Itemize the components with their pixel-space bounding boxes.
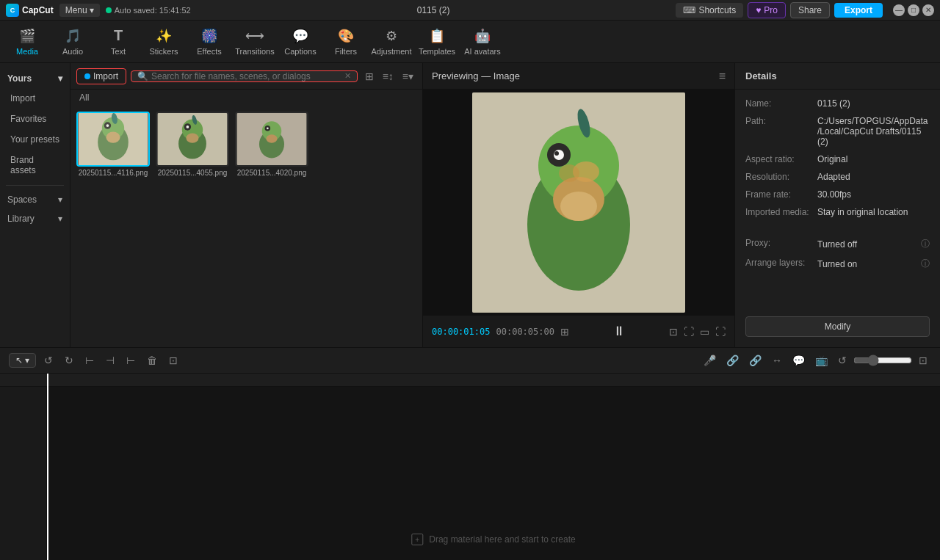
project-title: 0115 (2) — [417, 5, 450, 15]
sidebar-item-brand-assets[interactable]: Brand assets — [3, 150, 67, 180]
yours-label: Yours — [7, 73, 32, 84]
extra-btn-1[interactable]: ↔ — [768, 353, 786, 368]
ai-avatars-icon: 🤖 — [474, 28, 491, 44]
link-clips-button[interactable]: 🔗 — [723, 353, 742, 368]
import-button[interactable]: Import — [76, 68, 126, 84]
effects-icon: 🎆 — [201, 28, 217, 44]
sidebar-item-library[interactable]: Library ▾ — [0, 209, 70, 228]
media-thumbnail[interactable] — [235, 112, 308, 167]
sidebar-item-your-presets[interactable]: Your presets — [3, 130, 67, 149]
modify-button[interactable]: Modify — [745, 316, 930, 337]
cursor-tool-button[interactable]: ↖ ▾ — [9, 353, 36, 368]
app-name: CapCut — [22, 5, 54, 15]
sidebar-item-spaces[interactable]: Spaces ▾ — [0, 190, 70, 209]
play-pause-button[interactable]: ⏸ — [612, 324, 626, 339]
crop-button[interactable]: ⛶ — [684, 326, 694, 338]
export-button[interactable]: Export — [834, 3, 883, 18]
magnet-button[interactable]: 🔗 — [745, 353, 765, 368]
info-icon[interactable]: ⓘ — [921, 258, 930, 270]
tool-captions[interactable]: 💬 Captions — [279, 23, 322, 60]
redo-button[interactable]: ↻ — [61, 353, 77, 368]
filter-button[interactable]: ≡▾ — [400, 69, 416, 84]
preview-title: Previewing — Image — [432, 70, 520, 81]
topbar-right: ⌨ Shortcuts ♥ Pro Share Export — □ ✕ — [676, 2, 934, 18]
sort-button[interactable]: ≡↕ — [380, 69, 397, 84]
logo-icon: C — [6, 4, 19, 17]
timeline-empty-message: + Drag material here and start to create — [411, 534, 575, 545]
mic-button[interactable]: 🎤 — [700, 353, 720, 368]
tool-transitions[interactable]: ⟷ Transitions — [234, 23, 276, 60]
fit-screen-button[interactable]: ⊡ — [669, 326, 678, 338]
minimize-button[interactable]: — — [893, 4, 905, 16]
list-item[interactable]: 20250115...4055.png — [156, 112, 229, 177]
preview-right-controls: ⊡ ⛶ ▭ ⛶ — [669, 326, 726, 338]
fullscreen-button[interactable]: ⛶ — [715, 326, 726, 338]
sidebar-item-import[interactable]: Import — [3, 89, 67, 108]
details-panel: Details Name: 0115 (2) Path: C:/Users/TO… — [734, 63, 940, 347]
tool-stickers[interactable]: ✨ Stickers — [142, 23, 185, 60]
info-icon[interactable]: ⓘ — [921, 238, 930, 250]
grid-view-button[interactable]: ⊞ — [362, 69, 377, 84]
media-thumbnail[interactable] — [156, 112, 229, 167]
maximize-button[interactable]: □ — [908, 4, 919, 16]
project-title-area: 0115 (2) — [417, 5, 450, 15]
preview-menu-button[interactable]: ≡ — [719, 70, 726, 83]
tool-media[interactable]: 🎬 Media — [6, 23, 48, 60]
proxy-value-row: Turned off ⓘ — [817, 238, 930, 250]
split-view-button[interactable]: ▭ — [700, 326, 709, 338]
preview-header: Previewing — Image ≡ — [423, 63, 734, 90]
imported-label: Imported media: — [745, 207, 811, 217]
stickers-icon: ✨ — [156, 28, 172, 44]
sidebar-item-favorites[interactable]: Favorites — [3, 109, 67, 128]
yours-dropdown[interactable]: Yours ▾ — [0, 69, 70, 88]
tool-text[interactable]: T Text — [97, 23, 140, 60]
tool-filters[interactable]: 🎨 Filters — [325, 23, 367, 60]
tool-effects[interactable]: 🎆 Effects — [188, 23, 231, 60]
list-item[interactable]: 20250115...4020.png — [235, 112, 308, 177]
tool-templates[interactable]: 📋 Templates — [416, 23, 458, 60]
details-header: Details — [735, 63, 940, 90]
caption-button[interactable]: 💬 — [789, 353, 809, 368]
clear-search-icon[interactable]: ✕ — [344, 71, 351, 81]
media-filename: 20250115...4116.png — [79, 169, 148, 177]
trim-before-button[interactable]: ⊣ — [102, 353, 118, 368]
heart-icon: ♥ — [756, 5, 761, 15]
chevron-down-icon: ▾ — [90, 5, 94, 15]
close-button[interactable]: ✕ — [922, 4, 934, 16]
trim-after-button[interactable]: ⊢ — [123, 353, 139, 368]
media-thumbnail[interactable] — [76, 112, 150, 167]
detail-row-path: Path: C:/Users/TOPGUS/AppData/Local/CapC… — [745, 116, 930, 147]
detail-row-aspect: Aspect ratio: Original — [745, 154, 930, 164]
share-button[interactable]: Share — [790, 2, 830, 18]
delete-button[interactable]: 🗑 — [143, 353, 161, 368]
framerate-value: 30.00fps — [817, 189, 930, 200]
search-input[interactable] — [151, 71, 341, 81]
detail-row-proxy: Proxy: Turned off ⓘ — [745, 238, 930, 250]
tool-adjustment[interactable]: ⚙ Adjustment — [370, 23, 413, 60]
preview-extra-btn[interactable]: ⊞ — [560, 326, 569, 338]
undo-button[interactable]: ↺ — [40, 353, 57, 368]
menu-button[interactable]: Menu ▾ — [59, 4, 100, 17]
tool-audio[interactable]: 🎵 Audio — [51, 23, 94, 60]
crop-timeline-button[interactable]: ⊡ — [165, 353, 181, 368]
pro-button[interactable]: ♥ Pro — [748, 2, 786, 18]
timeline-toolbar-right: 🎤 🔗 🔗 ↔ 💬 📺 ↺ ⊡ — [700, 353, 931, 368]
split-clip-button[interactable]: ⊢ — [82, 353, 98, 368]
detail-row-resolution: Resolution: Adapted — [745, 172, 930, 182]
timeline-content: + Drag material here and start to create — [0, 387, 940, 560]
screen-record-button[interactable]: 📺 — [811, 353, 831, 368]
aspect-value: Original — [817, 154, 930, 164]
sidebar-divider — [6, 185, 64, 186]
zoom-end-button[interactable]: ⊡ — [915, 353, 931, 368]
zoom-slider[interactable] — [853, 354, 912, 366]
list-item[interactable]: 20250115...4116.png — [76, 112, 150, 177]
chevron-down-icon: ▾ — [58, 194, 62, 205]
chevron-down-icon: ▾ — [58, 214, 62, 224]
app-logo[interactable]: C CapCut — [6, 4, 54, 17]
settings-button[interactable]: ↺ — [834, 353, 850, 368]
tool-ai-avatars[interactable]: 🤖 AI avatars — [461, 23, 504, 60]
details-body: Name: 0115 (2) Path: C:/Users/TOPGUS/App… — [735, 90, 940, 316]
shortcuts-button[interactable]: ⌨ Shortcuts — [676, 3, 743, 18]
time-display: 00:00:01:05 00:00:05:00 ⊞ — [432, 326, 569, 338]
timeline-track-labels — [0, 387, 47, 560]
